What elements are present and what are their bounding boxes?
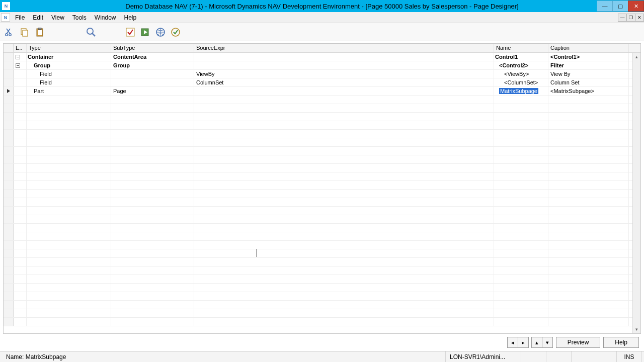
cell-expand[interactable] — [14, 190, 27, 198]
cell-sourceexpr[interactable] — [194, 275, 494, 283]
grid-row[interactable] — [4, 190, 640, 198]
cell-name[interactable] — [494, 284, 548, 292]
row-selector[interactable] — [4, 232, 14, 240]
cell-type[interactable]: Part — [27, 87, 111, 95]
row-selector[interactable] — [4, 275, 14, 283]
cell-expand[interactable] — [14, 147, 27, 155]
cell-type[interactable] — [27, 96, 111, 104]
cell-caption[interactable] — [548, 275, 629, 283]
cell-type[interactable] — [27, 147, 111, 155]
cell-subtype[interactable]: Page — [111, 87, 194, 95]
cell-expand[interactable] — [14, 164, 27, 172]
cell-name[interactable] — [494, 241, 548, 249]
grid-row[interactable] — [4, 275, 640, 284]
row-selector[interactable] — [4, 198, 14, 206]
cell-sourceexpr[interactable] — [194, 87, 494, 95]
cell-expand[interactable] — [14, 104, 27, 112]
cell-sourceexpr[interactable] — [194, 181, 494, 189]
cell-expand[interactable] — [14, 138, 27, 146]
check-button[interactable] — [124, 26, 137, 39]
grid-row[interactable]: FieldViewBy<ViewBy>View By — [4, 70, 640, 78]
menu-view[interactable]: View — [47, 12, 68, 23]
cell-type[interactable]: Container — [27, 53, 111, 61]
cell-sourceexpr[interactable] — [194, 284, 494, 292]
cell-subtype[interactable] — [111, 190, 194, 198]
grid-row[interactable] — [4, 318, 640, 326]
cell-expand[interactable] — [14, 232, 27, 240]
grid-row[interactable] — [4, 155, 640, 164]
col-header-type[interactable]: Type — [27, 44, 111, 52]
grid-row[interactable] — [4, 164, 640, 172]
help-button[interactable]: Help — [603, 337, 639, 348]
cell-sourceexpr[interactable] — [194, 104, 494, 112]
cell-sourceexpr[interactable] — [194, 138, 494, 146]
cell-type[interactable]: Group — [27, 61, 111, 69]
grid-row[interactable] — [4, 224, 640, 232]
cell-sourceexpr[interactable] — [194, 121, 494, 129]
grid-row[interactable]: FieldColumnSet<ColumnSet>Column Set — [4, 78, 640, 87]
cell-caption[interactable] — [548, 198, 629, 206]
cell-caption[interactable]: Column Set — [548, 78, 629, 86]
localize-button[interactable] — [154, 26, 167, 39]
grid-row[interactable] — [4, 198, 640, 207]
copy-button[interactable] — [18, 26, 31, 39]
cell-caption[interactable] — [548, 181, 629, 189]
grid-row[interactable] — [4, 121, 640, 130]
cell-sourceexpr[interactable] — [194, 309, 494, 317]
cell-sourceexpr[interactable] — [194, 207, 494, 215]
cell-name[interactable] — [494, 318, 548, 326]
cell-caption[interactable] — [548, 147, 629, 155]
cell-type[interactable] — [27, 232, 111, 240]
grid-row[interactable] — [4, 249, 640, 258]
cell-type[interactable] — [27, 292, 111, 300]
cell-name[interactable]: Control1 — [494, 53, 548, 61]
cell-type[interactable] — [27, 155, 111, 163]
cell-subtype[interactable] — [111, 172, 194, 180]
col-header-name[interactable]: Name — [494, 44, 548, 52]
cell-sourceexpr[interactable] — [194, 130, 494, 138]
grid-row[interactable] — [4, 266, 640, 275]
cell-name[interactable] — [494, 266, 548, 275]
grid-row[interactable] — [4, 113, 640, 121]
cell-type[interactable] — [27, 309, 111, 317]
cell-subtype[interactable] — [111, 301, 194, 309]
cell-name[interactable] — [494, 138, 548, 146]
cell-caption[interactable] — [548, 318, 629, 326]
row-selector[interactable] — [4, 318, 14, 326]
cell-expand[interactable] — [14, 224, 27, 232]
grid-row[interactable]: PartPageMatrixSubpage<MatrixSubpage> — [4, 87, 640, 96]
cell-caption[interactable] — [548, 301, 629, 309]
row-selector[interactable] — [4, 87, 14, 95]
cell-type[interactable]: Field — [27, 78, 111, 86]
page-designer-grid[interactable]: E.. Type SubType SourceExpr Name Caption… — [3, 43, 641, 334]
row-selector[interactable] — [4, 147, 14, 155]
cell-expand[interactable] — [14, 96, 27, 104]
grid-row[interactable] — [4, 301, 640, 309]
nav-down-button[interactable]: ▾ — [542, 337, 553, 348]
cell-sourceexpr[interactable] — [194, 172, 494, 180]
vertical-scrollbar[interactable]: ▴ ▾ — [632, 53, 640, 333]
cell-subtype[interactable] — [111, 104, 194, 112]
cell-name[interactable] — [494, 104, 548, 112]
cell-name[interactable] — [494, 309, 548, 317]
cell-subtype[interactable] — [111, 232, 194, 240]
cell-subtype[interactable] — [111, 224, 194, 232]
cell-sourceexpr[interactable] — [194, 155, 494, 163]
cell-name[interactable]: <ViewBy> — [494, 70, 548, 78]
cell-expand[interactable] — [14, 121, 27, 129]
row-selector[interactable] — [4, 53, 14, 61]
cell-caption[interactable] — [548, 258, 629, 266]
cell-sourceexpr[interactable] — [194, 198, 494, 206]
row-selector[interactable] — [4, 284, 14, 292]
cell-name[interactable] — [494, 258, 548, 266]
cell-type[interactable] — [27, 258, 111, 266]
cell-name[interactable] — [494, 232, 548, 240]
cell-subtype[interactable]: ContentArea — [111, 53, 194, 61]
scroll-up-icon[interactable]: ▴ — [633, 53, 640, 61]
cell-subtype[interactable] — [111, 155, 194, 163]
cell-subtype[interactable] — [111, 121, 194, 129]
cell-sourceexpr[interactable] — [194, 164, 494, 172]
menu-edit[interactable]: Edit — [29, 12, 47, 23]
col-header-sourceexpr[interactable]: SourceExpr — [194, 44, 494, 52]
cell-subtype[interactable] — [111, 318, 194, 326]
